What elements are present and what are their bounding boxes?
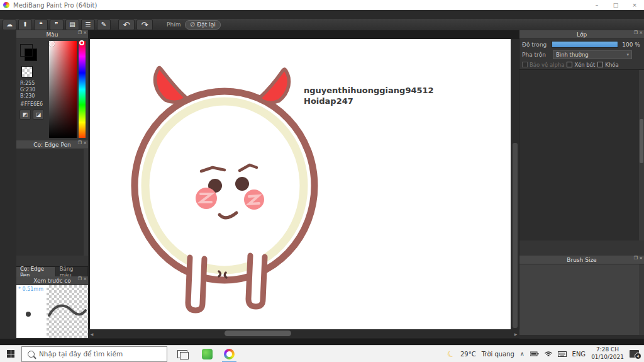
tab-brush[interactable]: Cọ: Edge Pen: [16, 267, 55, 276]
start-button[interactable]: [0, 346, 21, 362]
sv-indicator: [49, 41, 55, 47]
announce-icon[interactable]: ❞: [50, 20, 64, 30]
canvas-text: nguyenthihuonggiang94512 Hoidap247: [304, 86, 434, 107]
upload-icon[interactable]: ⬆: [18, 20, 32, 30]
notification-icon[interactable]: 4: [630, 350, 639, 358]
palette-add-icon[interactable]: ◪: [33, 110, 44, 120]
layer-panel-title: Lớp: [577, 31, 587, 38]
keyboard-icon[interactable]: [558, 351, 567, 357]
saturation-value-picker[interactable]: [49, 41, 77, 138]
scrollbar-handle[interactable]: [513, 143, 518, 328]
opacity-slider[interactable]: [552, 41, 618, 48]
hue-slider[interactable]: [79, 41, 86, 138]
wifi-icon[interactable]: [545, 351, 552, 357]
preview-panel-title: Xem trước cọ: [33, 278, 71, 284]
canvas-horizontal-scrollbar[interactable]: ◀ ▶: [88, 329, 519, 338]
checkbox-lock[interactable]: Khóa: [597, 62, 618, 68]
close-icon[interactable]: ×: [639, 30, 643, 35]
rgb-values: R:255G:230B:230: [20, 81, 35, 99]
layer-list: [519, 69, 644, 240]
scroll-left-icon[interactable]: ◀: [88, 332, 96, 336]
system-tray: ☾ 29°C Trời quang ∧ ENG 7:28 CH 01/10/20…: [447, 346, 644, 361]
brush-list-scrollbar[interactable]: [84, 149, 88, 256]
temperature[interactable]: 29°C: [460, 351, 476, 358]
chevron-up-icon[interactable]: ∧: [520, 351, 525, 357]
foreground-color-swatch[interactable]: [20, 44, 33, 57]
main-toolbar: ☁ ⬆ ❝ ❞ ▤ ☰ ✎ ↶ ↷ Phím ∅ Đặt lại: [0, 19, 644, 30]
comment-icon[interactable]: ❝: [34, 20, 48, 30]
brush-panel-toolbar: [16, 256, 88, 266]
brush-size-scrollbar[interactable]: [639, 264, 644, 335]
list-icon[interactable]: ☰: [81, 20, 95, 30]
tool-column: [0, 30, 16, 339]
layer-list-scrollbar[interactable]: [639, 70, 644, 240]
search-placeholder: Nhập tại đây để tìm kiếm: [39, 350, 123, 358]
time: 7:28 CH: [591, 346, 624, 354]
brush-preview: * 0.51mm: [16, 285, 88, 338]
chevron-down-icon: ▾: [626, 52, 629, 57]
task-view-button[interactable]: [177, 350, 187, 358]
checkbox-clipping[interactable]: Xén bút: [567, 62, 595, 68]
opacity-label: Độ trong: [522, 42, 547, 48]
transparent-swatch[interactable]: [21, 66, 33, 77]
close-icon[interactable]: ×: [83, 140, 87, 145]
maximize-button[interactable]: □: [606, 0, 625, 10]
taskbar-app-green-icon[interactable]: [202, 349, 213, 359]
character-drawing: [90, 39, 511, 329]
key-label: Phím: [167, 21, 180, 28]
language-indicator[interactable]: ENG: [572, 351, 586, 358]
reset-button[interactable]: ∅ Đặt lại: [185, 20, 220, 30]
close-icon[interactable]: ×: [83, 30, 87, 35]
blend-mode-value: Bình thường: [556, 52, 589, 58]
battery-icon[interactable]: [530, 351, 539, 356]
minimize-button[interactable]: –: [587, 0, 606, 10]
color-panel: R:255G:230B:230 #FFE6E6 ◩ ◪: [16, 39, 88, 140]
left-panel-tabs: Cọ: Edge Pen Bảng màu: [16, 266, 88, 276]
taskbar-medibang-icon[interactable]: [224, 349, 235, 359]
weather-moon-icon[interactable]: ☾: [446, 348, 457, 360]
clock[interactable]: 7:28 CH 01/10/2021: [591, 346, 624, 361]
window-title: MediBang Paint Pro (64bit): [13, 2, 97, 9]
tab-palette[interactable]: Bảng màu: [56, 267, 87, 276]
canvas-vertical-scrollbar[interactable]: [511, 39, 519, 329]
close-icon[interactable]: ×: [639, 256, 643, 261]
canvas[interactable]: nguyenthihuonggiang94512 Hoidap247: [90, 39, 511, 329]
scroll-right-icon[interactable]: ▶: [512, 332, 519, 336]
opacity-value: 100 %: [622, 42, 640, 48]
blend-mode-select[interactable]: Bình thường ▾: [553, 50, 632, 59]
taskbar-search-input[interactable]: Nhập tại đây để tìm kiếm: [21, 346, 167, 362]
popup-icon[interactable]: ❐: [78, 30, 82, 35]
color-panel-header: Màu ❐×: [16, 30, 88, 39]
brush-size-panel-title: Brush Size: [567, 257, 596, 263]
prohibit-icon: ∅: [190, 21, 195, 28]
menu-bar: [0, 10, 644, 20]
brush-size-grid: [519, 264, 639, 335]
brush-panel-title: Cọ: Edge Pen: [33, 142, 71, 148]
weather-text[interactable]: Trời quang: [482, 351, 514, 358]
scrollbar-handle[interactable]: [225, 331, 291, 336]
checkbox-protect-alpha[interactable]: Bảo vệ alpha: [522, 62, 564, 68]
app-icon: [3, 2, 9, 8]
palette-icon[interactable]: ◩: [19, 110, 31, 120]
close-button[interactable]: ×: [625, 0, 644, 10]
brush-list: [16, 149, 88, 256]
blend-label: Pha trộn: [522, 52, 546, 58]
cloud-icon[interactable]: ☁: [3, 20, 16, 30]
popup-icon[interactable]: ❐: [634, 30, 638, 35]
hue-indicator: [79, 40, 84, 45]
popup-icon[interactable]: ❐: [78, 276, 82, 281]
brush-panel-header: Cọ: Edge Pen ❐×: [16, 140, 88, 149]
document-tabs: [88, 30, 519, 39]
popup-icon[interactable]: ❐: [634, 256, 638, 261]
popup-icon[interactable]: ❐: [78, 140, 82, 145]
right-panels: Lớp ❐× Độ trong 100 % Pha trộn Bình thườ…: [519, 30, 644, 339]
notification-badge: 4: [635, 353, 641, 359]
color-panel-title: Màu: [47, 31, 58, 38]
close-icon[interactable]: ×: [83, 276, 87, 281]
brush-size-panel-header: Brush Size ❐×: [519, 256, 644, 264]
form-edit-icon[interactable]: ✎: [97, 20, 111, 30]
redo-icon[interactable]: ↷: [136, 20, 153, 30]
hex-value: #FFE6E6: [20, 101, 43, 107]
undo-icon[interactable]: ↶: [118, 20, 135, 30]
document-icon[interactable]: ▤: [65, 20, 79, 30]
